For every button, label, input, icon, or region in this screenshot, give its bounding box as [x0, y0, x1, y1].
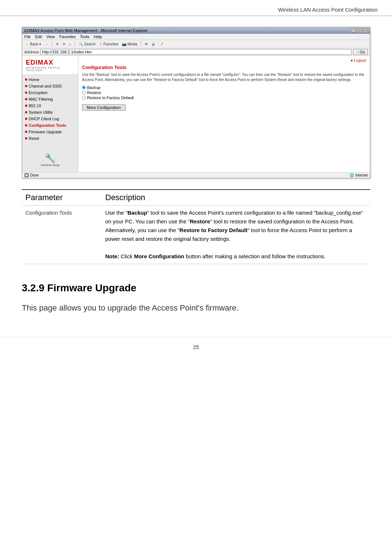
browser-toolbar: ← Back ▾ → ⟳ ✕ ⌂ 🔍 Search ☆ Favorites 📷 … [22, 40, 370, 48]
sidebar-item-channel-ssid[interactable]: Channel and SSID [22, 83, 78, 89]
minimize-button[interactable]: _ [351, 28, 356, 33]
sidebar-item-encryption[interactable]: Encryption [22, 89, 78, 96]
refresh-button[interactable]: ⟳ [55, 42, 60, 46]
print-button[interactable]: 🖨 [150, 42, 156, 46]
radio-backup[interactable]: Backup [82, 85, 366, 90]
more-configuration-button[interactable]: More Configuration [82, 104, 126, 111]
status-right: 🌐 Internet [350, 173, 368, 177]
section-329-body: This page allows you to upgrade the Acce… [22, 301, 370, 315]
page-content: EDIMAX Access Point Web Management - Mic… [0, 16, 392, 325]
logout-link[interactable]: Logout [354, 58, 366, 62]
nav-bullet-firmware [25, 131, 27, 133]
sidebar-item-system-utility[interactable]: System Utility [22, 109, 78, 116]
stop-button[interactable]: ✕ [61, 42, 66, 46]
nav-bullet-config [25, 124, 27, 126]
back-button[interactable]: ← Back ▾ [24, 42, 42, 46]
radio-group: Backup Restore Restore to Factory Defaul… [82, 85, 366, 100]
sidebar-item-8021x-label: 802.1X [29, 104, 41, 108]
sidebar-item-home[interactable]: Home [22, 76, 78, 83]
page-footer: 25 [0, 336, 392, 357]
page-header: Wireless LAN Access Point Configuration [0, 0, 392, 16]
table-header-desc: Description [102, 190, 370, 206]
nav-bullet-dhcp [25, 118, 27, 120]
sidebar-item-config-tools[interactable]: Configuration Tools [22, 122, 78, 129]
radio-restore-label: Restore [87, 90, 101, 95]
browser-title-buttons: _ □ × [351, 28, 368, 33]
forward-button[interactable]: → [44, 42, 49, 46]
sidebar-nav: Home Channel and SSID Encryption MAC Fil… [22, 75, 78, 143]
browser-address-bar: Address →Go [22, 48, 370, 56]
home-button[interactable]: ⌂ [68, 42, 72, 46]
sidebar-footer: 🔧 General Setup [22, 150, 78, 170]
maximize-button[interactable]: □ [357, 28, 362, 33]
sidebar: EDIMAX NETWORKING PEOPLE TOGETHER Home C… [22, 56, 78, 172]
radio-factory-default[interactable]: Restore to Factory Default [82, 96, 366, 100]
panel-title: Configuration Tools [82, 65, 366, 70]
sidebar-item-firmware-label: Firmware Upgrade [29, 130, 62, 134]
table-row: Configuration Tools Use the "Backup" too… [22, 206, 370, 264]
nav-bullet-reset [25, 137, 27, 139]
sidebar-logo: EDIMAX NETWORKING PEOPLE TOGETHER [22, 56, 78, 75]
menu-edit[interactable]: Edit [35, 35, 42, 39]
table-header-param: Parameter [22, 190, 102, 206]
radio-factory-input[interactable] [82, 96, 86, 100]
note-more-config: More Configuration [134, 253, 184, 259]
main-panel: ● Logout Configuration Tools Use the "Ba… [78, 56, 370, 172]
status-done: Done [30, 173, 39, 177]
sidebar-item-reset-label: Reset [29, 136, 39, 141]
note-label: Note: [105, 253, 119, 259]
page-icon: 🔲 [24, 173, 29, 177]
mail-button[interactable]: ✉ [144, 42, 149, 46]
nav-bullet-home [25, 78, 27, 81]
desc-restore-bold: Restore [190, 218, 210, 224]
address-label: Address [24, 50, 39, 54]
sidebar-item-mac-label: MAC Filtering [29, 97, 53, 101]
page-number: 25 [193, 344, 199, 350]
toolbar-separator-3 [141, 41, 141, 47]
logo-main: EDIMAX [26, 59, 74, 66]
sidebar-item-dhcp-log[interactable]: DHCP Client Log [22, 116, 78, 122]
status-internet: Internet [355, 173, 368, 177]
media-button[interactable]: 📷 Media [121, 42, 138, 46]
edit-button[interactable]: 📝 [158, 42, 164, 46]
radio-backup-input[interactable] [82, 86, 86, 89]
sidebar-item-8021x[interactable]: 802.1X [22, 102, 78, 109]
sidebar-item-firmware[interactable]: Firmware Upgrade [22, 129, 78, 135]
data-table: Parameter Description Configuration Tool… [22, 189, 370, 264]
table-cell-desc: Use the "Backup" tool to save the Access… [102, 206, 370, 264]
menu-tools[interactable]: Tools [80, 35, 90, 39]
sidebar-item-reset[interactable]: Reset [22, 135, 78, 142]
radio-restore-input[interactable] [82, 91, 86, 94]
go-button[interactable]: →Go [353, 49, 368, 55]
menu-help[interactable]: Help [94, 35, 102, 39]
radio-restore[interactable]: Restore [82, 90, 366, 95]
internet-icon: 🌐 [350, 173, 354, 177]
radio-factory-label: Restore to Factory Default [87, 96, 134, 100]
nav-bullet-channel [25, 85, 27, 87]
menu-file[interactable]: File [24, 35, 31, 39]
radio-backup-label: Backup [87, 85, 101, 90]
status-left: 🔲 Done [24, 173, 39, 177]
sidebar-item-channel-label: Channel and SSID [29, 84, 62, 88]
browser-title-bar: EDIMAX Access Point Web Management - Mic… [22, 27, 370, 34]
close-button[interactable]: × [363, 28, 368, 33]
search-button[interactable]: 🔍 Search [78, 42, 97, 46]
browser-menu-bar: File Edit View Favorites Tools Help [22, 34, 370, 40]
browser-title-text: EDIMAX Access Point Web Management - Mic… [24, 28, 148, 33]
address-input[interactable] [40, 49, 352, 55]
section-329: 3.2.9 Firmware Upgrade [22, 282, 370, 294]
general-setup-label: General Setup [25, 163, 75, 167]
sidebar-item-encryption-label: Encryption [29, 90, 48, 95]
favorites-button[interactable]: ☆ Favorites [98, 42, 119, 46]
nav-bullet-encryption [25, 92, 27, 94]
toolbar-separator-2 [75, 41, 75, 47]
section-329-title: Firmware Upgrade [47, 282, 136, 293]
menu-view[interactable]: View [46, 35, 55, 39]
browser-status-bar: 🔲 Done 🌐 Internet [22, 172, 370, 178]
sidebar-item-config-label: Configuration Tools [29, 123, 66, 127]
sidebar-item-mac-filtering[interactable]: MAC Filtering [22, 96, 78, 102]
desc-backup-bold: Backup [127, 210, 147, 216]
toolbar-separator-1 [52, 41, 52, 47]
menu-favorites[interactable]: Favorites [59, 35, 75, 39]
desc-factory-bold: Restore to Factory Default [179, 227, 248, 233]
